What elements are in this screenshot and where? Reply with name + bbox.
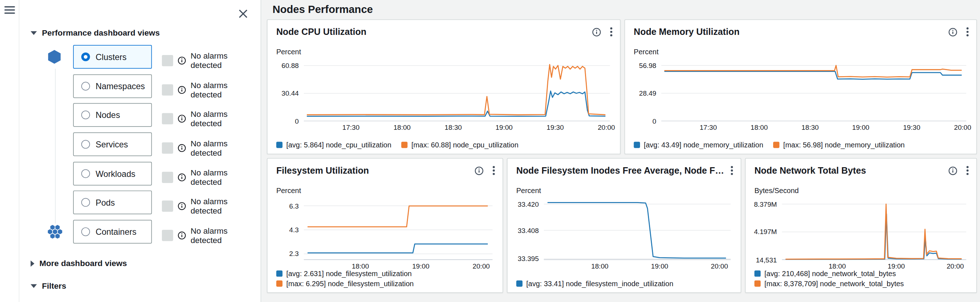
legend-item[interactable]: [avg: 33.41] node_filesystem_inode_utili… [516, 280, 673, 287]
legend-item[interactable]: [avg: 2.631] node_filesystem_utilization [276, 270, 412, 278]
alarm-text: No alarms detected [191, 226, 261, 245]
chart-card-node-network-total-bytes: Node Network Total Bytes Bytes/Second 8.… [745, 158, 977, 293]
alarm-text: No alarms detected [191, 197, 261, 215]
chart-canvas[interactable] [782, 199, 966, 259]
radio-option-clusters[interactable]: Clusters [73, 45, 152, 69]
info-icon [177, 144, 186, 153]
alarm-text: No alarms detected [191, 168, 261, 187]
legend-label: [avg: 210,468] node_network_total_bytes [765, 270, 896, 278]
option-label: Clusters [96, 52, 127, 62]
chevron-down-icon [30, 284, 37, 288]
info-icon [177, 114, 186, 123]
info-icon[interactable] [474, 166, 484, 175]
kebab-menu-icon[interactable] [493, 165, 495, 175]
info-icon [177, 56, 186, 65]
page-title: Nodes Performance [272, 3, 373, 16]
app-window: Performance dashboard views Clusters No … [0, 0, 980, 302]
section-label: Performance dashboard views [42, 28, 160, 37]
alarm-text: No alarms detected [191, 139, 261, 157]
legend-color-swatch [773, 141, 779, 148]
legend-item[interactable]: [max: 60.88] node_cpu_utilization [401, 141, 519, 149]
radio-option-nodes[interactable]: Nodes [73, 103, 152, 127]
section-more-dashboard-views[interactable]: More dashboard views [30, 259, 127, 268]
info-icon [177, 202, 186, 210]
info-icon[interactable] [948, 27, 957, 37]
alarm-text: No alarms detected [191, 109, 261, 128]
kebab-menu-icon[interactable] [731, 165, 733, 175]
main-content: Nodes Performance Node CPU Utilization P… [261, 0, 980, 302]
legend-label: [max: 8,378,709] node_network_total_byte… [765, 280, 904, 287]
legend-color-swatch [634, 141, 640, 148]
chart-title: Node Network Total Bytes [754, 165, 871, 175]
alarm-indicator-tile [162, 55, 173, 66]
chart-card-node-cpu-utilization: Node CPU Utilization Percent 60.8830.440… [267, 19, 620, 154]
kebab-menu-icon[interactable] [966, 165, 969, 175]
radio-icon [81, 169, 90, 178]
chart-canvas[interactable] [304, 199, 493, 259]
alarm-text: No alarms detected [191, 81, 261, 99]
x-axis-ticks: 17:3018:0018:3019:0019:3020:00 [661, 121, 966, 131]
radio-option-pods[interactable]: Pods [73, 191, 152, 214]
legend-item[interactable]: [avg: 210,468] node_network_total_bytes [754, 270, 896, 278]
legend-item[interactable]: [max: 56.98] node_memory_utilization [773, 141, 904, 149]
x-axis-ticks: 18:0019:0020:00 [304, 260, 493, 270]
chart-title: Node CPU Utilization [276, 27, 371, 37]
section-filters[interactable]: Filters [30, 281, 66, 291]
radio-option-services[interactable]: Services [73, 132, 152, 156]
option-label: Nodes [96, 110, 120, 120]
option-label: Pods [96, 198, 115, 207]
y-axis-label: Percent [276, 48, 301, 56]
section-performance-dashboard-views[interactable]: Performance dashboard views [30, 28, 160, 37]
y-axis-ticks: 8.379M4.197M14,531 [754, 199, 779, 259]
cluster-hexagon-icon [48, 49, 63, 64]
legend-item[interactable]: [avg: 43.49] node_memory_utilization [634, 141, 764, 149]
sidebar-item-workloads: Workloads No alarms detected [19, 162, 261, 186]
radio-option-workloads[interactable]: Workloads [73, 162, 152, 186]
sidebar-item-clusters: Clusters No alarms detected [19, 45, 261, 69]
chart-plot: 6.34.32.3 18:0019:0020:00 [276, 199, 493, 259]
alarm-status: No alarms detected [162, 197, 261, 215]
close-icon[interactable] [238, 9, 248, 19]
alarm-status: No alarms detected [162, 51, 261, 70]
chart-canvas[interactable] [661, 60, 966, 121]
chart-plot: 56.9828.490 17:3018:0018:3019:0019:3020:… [634, 60, 966, 121]
hamburger-menu-icon[interactable] [4, 6, 15, 14]
info-icon [177, 173, 186, 181]
legend-label: [max: 60.88] node_cpu_utilization [411, 141, 519, 149]
radio-icon [81, 227, 90, 236]
legend-color-swatch [754, 280, 760, 286]
legend-item[interactable]: [max: 8,378,709] node_network_total_byte… [754, 280, 904, 287]
sidebar-item-services: Services No alarms detected [19, 132, 261, 156]
radio-option-namespaces[interactable]: Namespaces [73, 75, 152, 98]
y-axis-ticks: 60.8830.440 [276, 60, 301, 121]
legend-label: [max: 6.295] node_filesystem_utilization [286, 280, 414, 287]
info-icon[interactable] [948, 166, 957, 175]
chart-canvas[interactable] [544, 199, 730, 259]
section-label: More dashboard views [39, 259, 127, 268]
chart-canvas[interactable] [304, 60, 610, 121]
radio-icon [81, 198, 90, 207]
legend-color-swatch [401, 141, 407, 148]
y-axis-ticks: 33.42033.40833.395 [516, 199, 541, 259]
kebab-menu-icon[interactable] [966, 27, 969, 37]
y-axis-ticks: 56.9828.490 [634, 60, 659, 121]
option-label: Workloads [96, 169, 135, 178]
chevron-right-icon [30, 260, 34, 266]
chart-title: Node Memory Utilization [634, 27, 745, 37]
kebab-menu-icon[interactable] [610, 27, 612, 37]
legend-item[interactable]: [avg: 5.864] node_cpu_utilization [276, 141, 391, 149]
legend-label: [avg: 33.41] node_filesystem_inode_utili… [527, 280, 673, 287]
option-label: Namespaces [96, 82, 145, 91]
legend-label: [avg: 5.864] node_cpu_utilization [286, 141, 391, 149]
radio-icon [81, 52, 90, 61]
chevron-down-icon [30, 31, 37, 35]
chart-legend: [avg: 5.864] node_cpu_utilization[max: 6… [276, 141, 614, 149]
legend-color-swatch [276, 280, 282, 286]
sidebar-item-containers: Containers No alarms detected [19, 220, 261, 244]
legend-item[interactable]: [max: 6.295] node_filesystem_utilization [276, 280, 414, 287]
radio-option-containers[interactable]: Containers [73, 220, 152, 244]
info-icon[interactable] [592, 27, 601, 37]
left-rail [0, 0, 19, 302]
sidebar-item-nodes: Nodes No alarms detected [19, 103, 261, 127]
legend-color-swatch [754, 270, 760, 277]
